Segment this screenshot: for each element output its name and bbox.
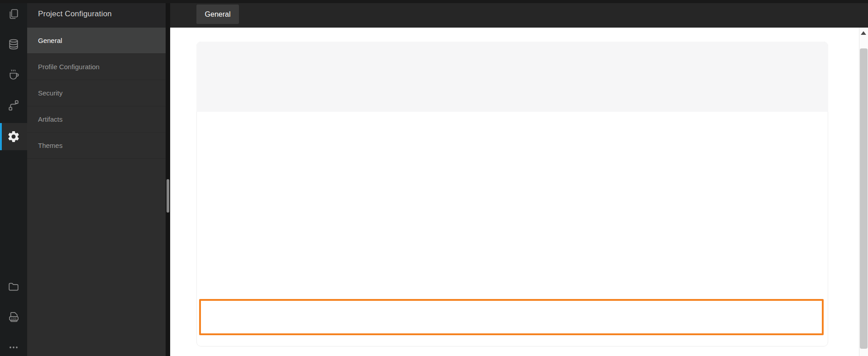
- sidebar-title: Project Configuration: [27, 0, 166, 28]
- settings-gear-icon[interactable]: [0, 123, 27, 150]
- database-icon[interactable]: [0, 31, 27, 57]
- log-file-icon[interactable]: LOG: [0, 304, 27, 330]
- page-scroll-thumb[interactable]: [860, 48, 868, 349]
- config-sidebar: Project Configuration General Profile Co…: [27, 0, 166, 356]
- sidebar-item-artifacts[interactable]: Artifacts: [27, 106, 166, 133]
- top-bar: General: [170, 0, 868, 28]
- more-icon[interactable]: [0, 334, 27, 356]
- sidebar-scroll-thumb[interactable]: [167, 179, 169, 213]
- folder-icon[interactable]: [0, 274, 27, 300]
- sidebar-item-security[interactable]: Security: [27, 80, 166, 106]
- pipeline-icon[interactable]: [0, 92, 27, 119]
- pages-icon[interactable]: [0, 1, 27, 27]
- java-coffee-icon[interactable]: [0, 62, 27, 88]
- tab-general[interactable]: General: [196, 5, 239, 24]
- svg-text:LOG: LOG: [11, 317, 16, 319]
- project-summary-header: [196, 42, 828, 112]
- sidebar-item-themes[interactable]: Themes: [27, 133, 166, 159]
- page-scrollbar: [859, 28, 868, 356]
- icon-rail: LOG: [0, 0, 27, 356]
- window-top-strip: [0, 0, 868, 3]
- sidebar-item-general[interactable]: General: [27, 28, 166, 54]
- scroll-up-arrow[interactable]: [861, 31, 866, 35]
- sidebar-item-profile-configuration[interactable]: Profile Configuration: [27, 54, 166, 80]
- sidebar-scroll-track: [166, 0, 170, 356]
